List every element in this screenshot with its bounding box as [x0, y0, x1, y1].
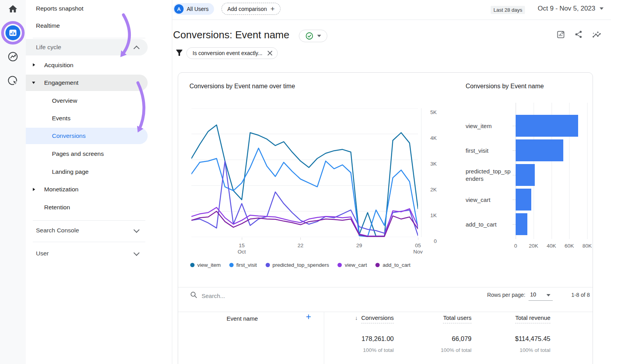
legend-item-view_item[interactable]: view_item: [190, 262, 221, 268]
expand-icon: [33, 188, 35, 191]
x-axis-tick-label: 20K: [526, 243, 541, 249]
plus-icon: +: [270, 5, 275, 12]
gridline: [587, 103, 588, 239]
x-axis-tick-label: 80K: [579, 243, 595, 249]
bar-predicted_top_spenders[interactable]: [516, 164, 535, 186]
item-label: Monetization: [44, 181, 79, 198]
legend-item-add_to_cart[interactable]: add_to_cart: [375, 262, 410, 268]
item-label: Conversions: [52, 128, 86, 144]
column-header-total-revenue[interactable]: Total revenue: [515, 314, 550, 323]
bar-first_visit[interactable]: [516, 139, 563, 161]
legend-dot: [229, 263, 234, 267]
chevron-down-icon: [134, 250, 140, 256]
legend-item-predicted_top_spenders[interactable]: predicted_top_spenders: [266, 262, 329, 268]
nav-rail: [0, 0, 26, 364]
sidebar-item-overview[interactable]: Overview: [52, 93, 77, 109]
rows-per-page-select[interactable]: 10: [529, 291, 553, 301]
divider: [172, 20, 611, 20]
bar-category-label: predicted_top_spenders: [466, 164, 513, 186]
explore-icon[interactable]: [7, 51, 18, 62]
sidebar-item-landing-page[interactable]: Landing page: [52, 164, 89, 180]
y-axis-tick-label: 5K: [424, 109, 437, 115]
divider: [33, 242, 145, 242]
sidebar-item-acquisition[interactable]: Acquisition: [26, 57, 172, 73]
section-label: Life cycle: [36, 39, 61, 55]
sidebar-item-pages-and-screens[interactable]: Pages and screens: [52, 146, 104, 162]
column-header-conversions[interactable]: ↓ Conversions: [355, 314, 394, 323]
legend-dot: [266, 263, 270, 267]
filter-chip-label: Is conversion event exactly...: [193, 50, 262, 56]
totals-conversions-pct: 100% of total: [363, 347, 394, 353]
column-header-event-name[interactable]: Event name: [178, 315, 307, 322]
customize-report-icon[interactable]: [556, 30, 565, 41]
section-label: Search Console: [36, 222, 79, 239]
date-range-value: Oct 9 - Nov 5, 2023: [538, 5, 595, 12]
legend-item-first_visit[interactable]: first_visit: [229, 262, 257, 268]
share-icon[interactable]: [574, 30, 583, 40]
x-axis-tick-label: 05Nov: [406, 243, 430, 255]
date-range-selector[interactable]: Oct 9 - Nov 5, 2023: [538, 5, 604, 12]
category-axis-tick: [512, 224, 516, 225]
x-axis-tick: [242, 237, 242, 240]
sidebar-item-realtime[interactable]: Realtime: [36, 17, 60, 34]
add-comparison-label: Add comparison: [227, 6, 267, 12]
bar-chart-title: Conversions by Event name: [466, 83, 544, 90]
x-axis-tick-label: 0: [508, 243, 523, 249]
divider: [178, 287, 593, 287]
totals-total-revenue-pct: 100% of total: [520, 347, 550, 353]
x-axis-tick-label: 29: [348, 243, 371, 249]
sidebar-item-conversions[interactable]: Conversions: [26, 128, 148, 144]
reports-icon[interactable]: [5, 25, 20, 40]
close-icon[interactable]: [267, 50, 273, 56]
page-title: Conversions: Event name: [173, 29, 289, 41]
category-axis-tick: [512, 126, 516, 126]
audience-avatar: A: [174, 4, 184, 14]
line-chart-title: Conversions by Event name over time: [189, 83, 295, 90]
home-icon[interactable]: [8, 4, 18, 14]
column-divider: [324, 312, 324, 364]
check-circle-icon: [305, 32, 314, 40]
table-search-input[interactable]: [201, 290, 331, 301]
sidebar-item-retention[interactable]: Retention: [44, 199, 70, 215]
legend-dot: [375, 263, 380, 267]
line-chart-plot: [191, 108, 418, 237]
x-axis-tick-label: 15Oct: [230, 243, 254, 255]
item-label: Engagement: [44, 75, 79, 91]
totals-total-users-pct: 100% of total: [441, 347, 471, 353]
sidebar-item-monetization[interactable]: Monetization: [26, 181, 172, 198]
item-label: Acquisition: [44, 57, 73, 73]
y-axis-line: [421, 108, 421, 237]
sidebar: Reports snapshot Realtime Life cycle Acq…: [26, 0, 172, 364]
x-axis-tick-label: 22: [289, 243, 312, 249]
category-axis-tick: [512, 150, 516, 151]
caret-down-icon: [600, 7, 604, 10]
insights-icon[interactable]: [592, 30, 601, 41]
sidebar-item-engagement[interactable]: Engagement: [26, 75, 148, 91]
sidebar-item-reports-snapshot[interactable]: Reports snapshot: [36, 0, 84, 17]
category-axis-tick: [512, 175, 516, 175]
column-header-label: Total users: [443, 314, 471, 323]
category-axis-tick: [512, 200, 516, 200]
sidebar-section-search-console[interactable]: Search Console: [26, 222, 172, 239]
column-header-total-users[interactable]: Total users: [443, 314, 471, 323]
x-axis-tick-label: 40K: [544, 243, 559, 249]
legend-dot: [190, 263, 195, 267]
add-comparison-button[interactable]: Add comparison +: [221, 3, 280, 15]
advertising-icon[interactable]: [7, 75, 18, 86]
filter-chip[interactable]: Is conversion event exactly...: [186, 47, 278, 59]
sidebar-item-events[interactable]: Events: [52, 110, 70, 126]
bar-view_item[interactable]: [516, 115, 578, 137]
audience-chip-all-users[interactable]: A All Users: [173, 3, 214, 15]
chevron-up-icon: [134, 46, 140, 52]
sidebar-section-user[interactable]: User: [26, 245, 172, 262]
divider: [33, 220, 145, 221]
legend-item-view_cart[interactable]: view_cart: [338, 262, 367, 268]
bar-add_to_cart[interactable]: [516, 213, 527, 235]
sidebar-section-life-cycle[interactable]: Life cycle: [26, 39, 148, 55]
report-status-menu[interactable]: [299, 30, 327, 42]
bar-category-label: view_item: [466, 115, 513, 137]
bar-view_cart[interactable]: [516, 189, 531, 211]
add-column-icon[interactable]: +: [306, 312, 311, 322]
bar-category-label: add_to_cart: [466, 213, 513, 235]
x-axis-tick-label: 60K: [561, 243, 577, 249]
